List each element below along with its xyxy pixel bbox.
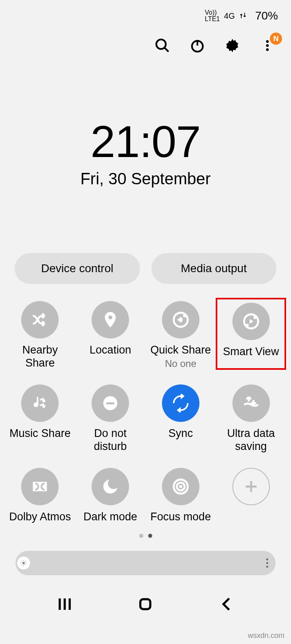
notification-badge: N xyxy=(270,33,282,45)
power-icon xyxy=(189,37,206,54)
tile-label: Do not disturb xyxy=(77,427,144,453)
page-dot[interactable] xyxy=(148,534,152,538)
svg-point-9 xyxy=(156,39,166,49)
home-button[interactable] xyxy=(133,592,158,616)
tile-label: Dark mode xyxy=(83,510,137,524)
tile-label: Sync xyxy=(168,427,193,441)
svg-point-17 xyxy=(183,314,186,318)
tile-label: Ultra data saving xyxy=(217,427,284,453)
tile-sublabel: No one xyxy=(165,358,196,369)
dolby-icon xyxy=(21,468,59,505)
nearby-share-icon xyxy=(21,301,59,338)
settings-button[interactable] xyxy=(223,37,241,55)
clock-date: Fri, 30 September xyxy=(0,170,291,188)
add-icon xyxy=(232,468,270,505)
tile-label: Dolby Atmos xyxy=(9,510,71,524)
quick-share-icon xyxy=(162,301,199,338)
location-icon xyxy=(92,301,129,338)
home-icon xyxy=(137,596,154,613)
ultra-data-icon xyxy=(232,384,270,422)
recents-button[interactable] xyxy=(53,592,77,616)
tile-label: Nearby Share xyxy=(7,343,74,370)
brightness-thumb[interactable] xyxy=(17,556,31,570)
tile-label: Smart View xyxy=(223,345,279,359)
svg-rect-24 xyxy=(107,402,114,404)
svg-rect-30 xyxy=(140,599,151,609)
recents-icon xyxy=(56,596,73,613)
clock-area: 21:07 Fri, 30 September xyxy=(0,116,291,188)
tile-dark-mode[interactable]: Dark mode xyxy=(75,465,146,524)
music-share-icon xyxy=(21,384,59,422)
tile-label: Music Share xyxy=(9,427,70,441)
sun-icon xyxy=(20,559,27,567)
tile-smart-view[interactable]: Smart View xyxy=(216,298,286,370)
svg-rect-25 xyxy=(33,482,47,491)
data-arrows-icon xyxy=(239,10,247,22)
tile-label: Focus mode xyxy=(151,510,211,524)
svg-point-14 xyxy=(266,48,269,51)
search-icon xyxy=(154,37,171,54)
dnd-icon xyxy=(92,384,129,422)
network-indicator: 4G xyxy=(224,11,235,21)
back-icon xyxy=(218,596,235,613)
tile-dnd[interactable]: Do not disturb xyxy=(75,381,146,453)
sync-icon xyxy=(162,384,199,422)
tile-sync[interactable]: Sync xyxy=(146,381,216,453)
smart-view-icon xyxy=(232,303,270,340)
action-bar: N xyxy=(0,24,291,55)
power-button[interactable] xyxy=(188,37,206,55)
navigation-bar xyxy=(0,592,291,616)
gear-icon xyxy=(224,37,241,54)
svg-point-20 xyxy=(245,324,249,327)
watermark: wsxdn.com xyxy=(248,631,284,640)
volte-indicator: Vo)) LTE1 xyxy=(205,9,220,22)
svg-point-29 xyxy=(22,562,25,564)
tile-focus-mode[interactable]: Focus mode xyxy=(146,465,216,524)
battery-percent: 70% xyxy=(255,9,278,22)
tile-dolby[interactable]: Dolby Atmos xyxy=(5,465,75,524)
svg-point-19 xyxy=(253,316,256,319)
page-dot[interactable] xyxy=(139,534,143,538)
page-indicator xyxy=(0,534,291,538)
tile-label: Location xyxy=(90,343,131,357)
tile-add[interactable] xyxy=(216,465,286,524)
svg-point-13 xyxy=(266,44,269,47)
clock-time: 21:07 xyxy=(0,116,291,167)
tile-ultra-data[interactable]: Ultra data saving xyxy=(216,381,286,453)
dark-mode-icon xyxy=(92,468,129,505)
quick-settings-grid: Nearby ShareLocationQuick ShareNo oneSma… xyxy=(0,298,291,524)
tile-nearby-share[interactable]: Nearby Share xyxy=(5,298,75,370)
back-button[interactable] xyxy=(214,592,238,616)
svg-point-12 xyxy=(266,40,269,43)
tile-label: Quick Share xyxy=(151,343,211,357)
svg-point-15 xyxy=(108,315,112,319)
svg-point-28 xyxy=(179,485,182,488)
pill-row: Device control Media output xyxy=(0,253,291,284)
status-bar: Vo)) LTE1 4G 70% xyxy=(0,0,291,24)
brightness-more-button[interactable] xyxy=(266,558,268,568)
focus-mode-icon xyxy=(162,468,199,505)
more-button[interactable]: N xyxy=(258,37,276,55)
device-control-button[interactable]: Device control xyxy=(15,253,140,284)
brightness-slider-wrap xyxy=(0,551,291,575)
tile-location[interactable]: Location xyxy=(75,298,146,370)
media-output-button[interactable]: Media output xyxy=(151,253,277,284)
search-button[interactable] xyxy=(153,37,171,55)
tile-music-share[interactable]: Music Share xyxy=(5,381,75,453)
brightness-slider[interactable] xyxy=(15,551,276,575)
tile-quick-share[interactable]: Quick ShareNo one xyxy=(146,298,216,370)
